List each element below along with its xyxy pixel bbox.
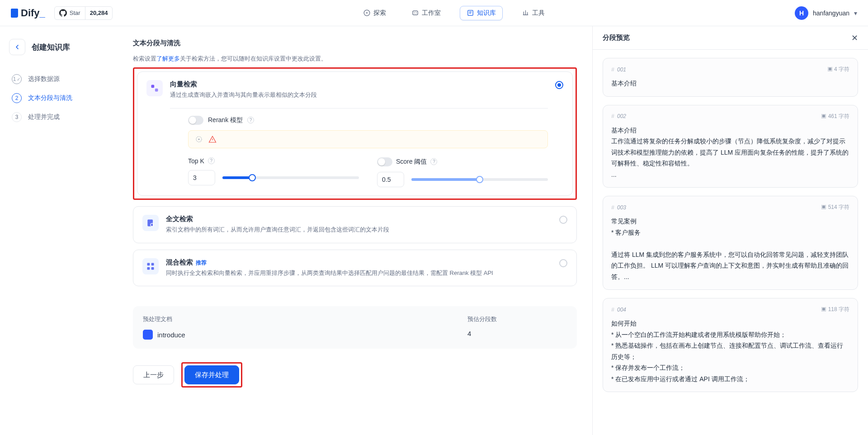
rerank-warning (188, 130, 548, 148)
nav-tools[interactable]: 工具 (515, 6, 551, 20)
help-icon[interactable]: ? (208, 157, 215, 164)
help-icon[interactable]: ? (247, 117, 254, 123)
section-title: 文本分段与清洗 (133, 39, 577, 47)
document-row: introduce (143, 330, 467, 340)
score-toggle[interactable] (377, 157, 392, 166)
segment-chars: ▣ 461 字符 (821, 113, 849, 120)
rerank-label: Rerank 模型 (208, 116, 243, 124)
step-2[interactable]: 2 文本分段与清洗 (9, 89, 108, 108)
vector-icon (146, 80, 163, 96)
segment-id: # 002 (611, 113, 626, 119)
save-button[interactable]: 保存并处理 (184, 365, 239, 384)
segment-body: 基本介绍 工作流通过将复杂的任务分解成较小的步骤（节点）降低系统复杂度，减少了对… (611, 125, 849, 180)
compass-icon (363, 9, 371, 17)
github-star-count: 20,284 (85, 9, 113, 16)
avatar: H (795, 6, 808, 20)
option-title: 全文检索 (166, 215, 552, 223)
topk-slider[interactable] (222, 176, 359, 179)
segment-card[interactable]: # 002▣ 461 字符基本介绍 工作流通过将复杂的任务分解成较小的步骤（节点… (603, 105, 858, 188)
segment-body: 常见案例 * 客户服务 通过将 LLM 集成到您的客户服务系统中，您可以自动化回… (611, 216, 849, 282)
score-slider[interactable] (411, 178, 548, 181)
nav-studio[interactable]: 工作室 (405, 6, 447, 20)
segment-body: 基本介绍 (611, 78, 849, 89)
target-icon (195, 135, 203, 143)
svg-rect-17 (147, 267, 150, 270)
github-star-button[interactable]: Star 20,284 (54, 6, 113, 20)
back-button[interactable] (9, 39, 25, 55)
segment-chars: ▣ 4 字符 (827, 66, 849, 73)
github-icon (59, 9, 67, 17)
svg-rect-16 (151, 263, 154, 265)
topk-input[interactable]: 3 (188, 170, 215, 185)
segment-chars: ▣ 514 字符 (821, 203, 849, 211)
rerank-toggle[interactable] (188, 116, 203, 125)
alert-icon (208, 135, 217, 143)
prev-button[interactable]: 上一步 (133, 365, 174, 384)
radio[interactable] (559, 259, 567, 267)
segments-label: 预估分段数 (467, 315, 567, 323)
wrench-icon (522, 9, 529, 17)
segment-body: 如何开始 * 从一个空白的工作流开始构建或者使用系统模版帮助你开始； * 熟悉基… (611, 318, 849, 384)
segment-id: # 004 (611, 307, 626, 313)
retrieval-hint: 检索设置了解更多关于检索方法，您可以随时在知识库设置中更改此设置。 (133, 55, 577, 63)
vector-settings-panel: Rerank 模型 ? Top K ? (170, 108, 548, 187)
preview-title: 分段预览 (603, 33, 630, 42)
close-icon[interactable]: ✕ (851, 33, 858, 43)
nav-center: 探索 工作室 知识库 工具 (113, 6, 795, 20)
svg-rect-8 (151, 85, 155, 88)
nav-knowledge[interactable]: 知识库 (460, 6, 503, 20)
segment-card[interactable]: # 001▣ 4 字符基本介绍 (603, 58, 858, 97)
logo-mark-icon (11, 9, 18, 18)
svg-rect-18 (151, 267, 154, 270)
step-3[interactable]: 3 处理并完成 (9, 108, 108, 127)
segment-chars: ▣ 118 字符 (821, 306, 849, 313)
robot-icon (411, 9, 419, 17)
segment-card[interactable]: # 003▣ 514 字符常见案例 * 客户服务 通过将 LLM 集成到您的客户… (603, 196, 858, 290)
svg-point-4 (415, 13, 416, 14)
segment-card[interactable]: # 004▣ 118 字符如何开始 * 从一个空白的工作流开始构建或者使用系统模… (603, 298, 858, 392)
score-control: Score 阈值 ? 0.5 (377, 157, 548, 187)
document-name: introduce (157, 331, 185, 339)
option-desc: 索引文档中的所有词汇，从而允许用户查询任意词汇，并返回包含这些词汇的文本片段 (166, 225, 552, 235)
svg-rect-9 (155, 89, 158, 92)
option-fulltext-search[interactable]: 全文检索 索引文档中的所有词汇，从而允许用户查询任意词汇，并返回包含这些词汇的文… (133, 206, 577, 243)
preprocess-box: 预处理文档 introduce 预估分段数 4 (133, 306, 577, 349)
save-button-highlight: 保存并处理 (181, 362, 242, 388)
book-icon (467, 9, 474, 17)
option-title: 混合检索推荐 (166, 258, 552, 267)
top-nav: Dify_ Star 20,284 探索 工作室 知识库 工具 H hanfan… (0, 0, 868, 26)
page-title: 创建知识库 (32, 42, 70, 52)
option-desc: 同时执行全文检索和向量检索，并应用重排序步骤，从两类查询结果中选择匹配用户问题的… (166, 269, 552, 278)
option-hybrid-search[interactable]: 混合检索推荐 同时执行全文检索和向量检索，并应用重排序步骤，从两类查询结果中选择… (133, 250, 577, 287)
vector-search-highlight: 向量检索 通过生成查询嵌入并查询与其向量表示最相似的文本分段 Rerank 模型… (133, 67, 577, 200)
left-sidebar: 创建知识库 1 选择数据源 2 文本分段与清洗 3 处理并完成 (0, 26, 118, 435)
step-1[interactable]: 1 选择数据源 (9, 70, 108, 89)
segments-count: 4 (467, 330, 567, 337)
logo[interactable]: Dify_ (11, 7, 45, 19)
segment-id: # 003 (611, 204, 626, 211)
fulltext-icon (142, 215, 159, 231)
nav-explore[interactable]: 探索 (357, 6, 392, 20)
option-desc: 通过生成查询嵌入并查询与其向量表示最相似的文本分段 (170, 90, 548, 100)
recommended-tag: 推荐 (196, 260, 207, 266)
hybrid-icon (142, 258, 159, 274)
radio-selected[interactable] (555, 81, 563, 89)
chevron-down-icon: ▾ (854, 9, 857, 17)
svg-rect-5 (468, 10, 473, 15)
help-icon[interactable]: ? (430, 158, 437, 165)
svg-point-11 (198, 138, 200, 140)
svg-rect-13 (147, 219, 153, 226)
user-menu[interactable]: H hanfangyuan ▾ (795, 6, 857, 20)
svg-rect-2 (413, 11, 418, 15)
arrow-left-icon (14, 43, 21, 51)
radio[interactable] (559, 216, 567, 224)
learn-more-link[interactable]: 了解更多 (156, 55, 180, 62)
doc-icon (143, 330, 153, 340)
score-input[interactable]: 0.5 (377, 172, 404, 187)
preview-panel: 分段预览 ✕ # 001▣ 4 字符基本介绍# 002▣ 461 字符基本介绍 … (592, 26, 868, 435)
svg-point-1 (366, 12, 368, 14)
topk-control: Top K ? 3 (188, 157, 359, 187)
option-vector-search[interactable]: 向量检索 通过生成查询嵌入并查询与其向量表示最相似的文本分段 Rerank 模型… (137, 71, 573, 196)
svg-rect-15 (147, 263, 150, 265)
option-title: 向量检索 (170, 80, 548, 89)
